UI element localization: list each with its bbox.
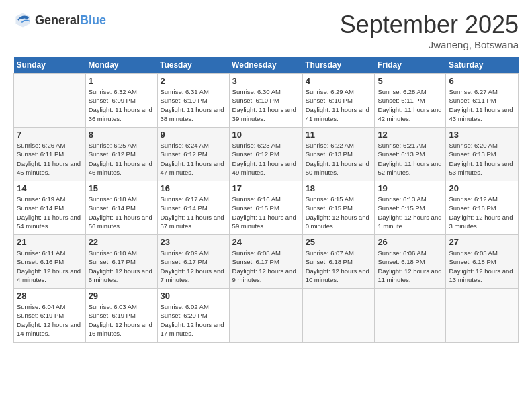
calendar-cell: 22Sunrise: 6:10 AMSunset: 6:17 PMDayligh… <box>85 235 157 289</box>
calendar-week-2: 14Sunrise: 6:19 AMSunset: 6:14 PMDayligh… <box>14 181 519 235</box>
day-number: 13 <box>449 130 515 140</box>
calendar-week-0: 1Sunrise: 6:32 AMSunset: 6:09 PMDaylight… <box>14 74 519 128</box>
calendar-cell: 18Sunrise: 6:15 AMSunset: 6:15 PMDayligh… <box>302 181 375 235</box>
day-info: Sunrise: 6:29 AMSunset: 6:10 PMDaylight:… <box>306 87 372 123</box>
logo-general: General <box>35 13 80 27</box>
calendar-cell <box>446 289 519 342</box>
day-info: Sunrise: 6:24 AMSunset: 6:12 PMDaylight:… <box>161 141 226 177</box>
calendar-cell: 20Sunrise: 6:12 AMSunset: 6:16 PMDayligh… <box>446 181 519 235</box>
col-header-sunday: Sunday <box>14 57 86 74</box>
calendar-cell: 8Sunrise: 6:25 AMSunset: 6:12 PMDaylight… <box>85 128 157 181</box>
day-number: 14 <box>17 183 83 193</box>
calendar-cell: 2Sunrise: 6:31 AMSunset: 6:10 PMDaylight… <box>157 74 229 128</box>
day-info: Sunrise: 6:28 AMSunset: 6:11 PMDaylight:… <box>378 87 443 123</box>
day-info: Sunrise: 6:08 AMSunset: 6:17 PMDaylight:… <box>232 248 300 284</box>
day-number: 3 <box>232 76 300 86</box>
col-header-saturday: Saturday <box>446 57 519 74</box>
day-number: 12 <box>378 130 443 140</box>
day-info: Sunrise: 6:21 AMSunset: 6:13 PMDaylight:… <box>378 141 443 177</box>
day-info: Sunrise: 6:09 AMSunset: 6:17 PMDaylight:… <box>161 248 226 284</box>
day-info: Sunrise: 6:27 AMSunset: 6:11 PMDaylight:… <box>449 87 515 123</box>
logo-blue: Blue <box>80 13 106 27</box>
day-info: Sunrise: 6:20 AMSunset: 6:13 PMDaylight:… <box>449 141 515 177</box>
calendar-week-4: 28Sunrise: 6:04 AMSunset: 6:19 PMDayligh… <box>14 289 519 342</box>
day-number: 18 <box>306 183 372 193</box>
day-info: Sunrise: 6:17 AMSunset: 6:14 PMDaylight:… <box>161 195 226 230</box>
calendar-table: SundayMondayTuesdayWednesdayThursdayFrid… <box>13 57 519 342</box>
calendar-week-3: 21Sunrise: 6:11 AMSunset: 6:16 PMDayligh… <box>14 235 519 289</box>
calendar-cell: 27Sunrise: 6:05 AMSunset: 6:18 PMDayligh… <box>446 235 519 289</box>
day-info: Sunrise: 6:25 AMSunset: 6:12 PMDaylight:… <box>89 141 154 177</box>
day-number: 20 <box>449 183 515 193</box>
day-number: 6 <box>449 76 515 86</box>
calendar-cell: 5Sunrise: 6:28 AMSunset: 6:11 PMDaylight… <box>375 74 446 128</box>
logo-text: GeneralBlue <box>35 13 106 28</box>
day-number: 10 <box>232 130 300 140</box>
calendar-cell: 11Sunrise: 6:22 AMSunset: 6:13 PMDayligh… <box>302 128 375 181</box>
calendar-cell: 16Sunrise: 6:17 AMSunset: 6:14 PMDayligh… <box>157 181 229 235</box>
location: Jwaneng, Botswana <box>340 39 519 50</box>
day-info: Sunrise: 6:04 AMSunset: 6:19 PMDaylight:… <box>17 302 83 338</box>
calendar-cell: 15Sunrise: 6:18 AMSunset: 6:14 PMDayligh… <box>85 181 157 235</box>
calendar-cell: 25Sunrise: 6:07 AMSunset: 6:18 PMDayligh… <box>302 235 375 289</box>
day-number: 23 <box>161 237 226 247</box>
day-info: Sunrise: 6:03 AMSunset: 6:19 PMDaylight:… <box>89 302 154 338</box>
day-number: 27 <box>449 237 515 247</box>
day-info: Sunrise: 6:22 AMSunset: 6:13 PMDaylight:… <box>306 141 372 177</box>
header: GeneralBlue September 2025 Jwaneng, Bots… <box>13 11 519 50</box>
day-number: 30 <box>161 291 226 301</box>
day-number: 22 <box>89 237 154 247</box>
col-header-thursday: Thursday <box>302 57 375 74</box>
calendar-cell: 24Sunrise: 6:08 AMSunset: 6:17 PMDayligh… <box>229 235 302 289</box>
calendar-cell: 13Sunrise: 6:20 AMSunset: 6:13 PMDayligh… <box>446 128 519 181</box>
calendar-cell: 26Sunrise: 6:06 AMSunset: 6:18 PMDayligh… <box>375 235 446 289</box>
day-number: 15 <box>89 183 154 193</box>
calendar-cell: 23Sunrise: 6:09 AMSunset: 6:17 PMDayligh… <box>157 235 229 289</box>
title-block: September 2025 Jwaneng, Botswana <box>340 11 519 50</box>
logo: GeneralBlue <box>13 11 106 30</box>
calendar-cell <box>375 289 446 342</box>
day-info: Sunrise: 6:26 AMSunset: 6:11 PMDaylight:… <box>17 141 83 177</box>
day-info: Sunrise: 6:10 AMSunset: 6:17 PMDaylight:… <box>89 248 154 284</box>
col-header-tuesday: Tuesday <box>157 57 229 74</box>
day-number: 8 <box>89 130 154 140</box>
day-number: 16 <box>161 183 226 193</box>
day-info: Sunrise: 6:16 AMSunset: 6:15 PMDaylight:… <box>232 195 300 230</box>
day-number: 24 <box>232 237 300 247</box>
calendar-cell: 28Sunrise: 6:04 AMSunset: 6:19 PMDayligh… <box>14 289 86 342</box>
day-info: Sunrise: 6:12 AMSunset: 6:16 PMDaylight:… <box>449 195 515 230</box>
calendar-week-1: 7Sunrise: 6:26 AMSunset: 6:11 PMDaylight… <box>14 128 519 181</box>
day-number: 21 <box>17 237 83 247</box>
calendar-header-row: SundayMondayTuesdayWednesdayThursdayFrid… <box>14 57 519 74</box>
calendar-cell: 17Sunrise: 6:16 AMSunset: 6:15 PMDayligh… <box>229 181 302 235</box>
calendar-cell: 3Sunrise: 6:30 AMSunset: 6:10 PMDaylight… <box>229 74 302 128</box>
calendar-cell <box>14 74 86 128</box>
day-number: 19 <box>378 183 443 193</box>
day-info: Sunrise: 6:11 AMSunset: 6:16 PMDaylight:… <box>17 248 83 284</box>
col-header-monday: Monday <box>85 57 157 74</box>
day-info: Sunrise: 6:31 AMSunset: 6:10 PMDaylight:… <box>161 87 226 123</box>
day-number: 29 <box>89 291 154 301</box>
day-info: Sunrise: 6:18 AMSunset: 6:14 PMDaylight:… <box>89 195 154 230</box>
month-title: September 2025 <box>340 11 519 39</box>
day-number: 7 <box>17 130 83 140</box>
day-number: 1 <box>89 76 154 86</box>
day-info: Sunrise: 6:13 AMSunset: 6:15 PMDaylight:… <box>378 195 443 230</box>
calendar-cell: 14Sunrise: 6:19 AMSunset: 6:14 PMDayligh… <box>14 181 86 235</box>
calendar-cell: 19Sunrise: 6:13 AMSunset: 6:15 PMDayligh… <box>375 181 446 235</box>
calendar-cell: 29Sunrise: 6:03 AMSunset: 6:19 PMDayligh… <box>85 289 157 342</box>
calendar-cell: 7Sunrise: 6:26 AMSunset: 6:11 PMDaylight… <box>14 128 86 181</box>
calendar-cell: 9Sunrise: 6:24 AMSunset: 6:12 PMDaylight… <box>157 128 229 181</box>
calendar-cell: 1Sunrise: 6:32 AMSunset: 6:09 PMDaylight… <box>85 74 157 128</box>
day-info: Sunrise: 6:30 AMSunset: 6:10 PMDaylight:… <box>232 87 300 123</box>
day-info: Sunrise: 6:32 AMSunset: 6:09 PMDaylight:… <box>89 87 154 123</box>
calendar-cell: 6Sunrise: 6:27 AMSunset: 6:11 PMDaylight… <box>446 74 519 128</box>
day-info: Sunrise: 6:23 AMSunset: 6:12 PMDaylight:… <box>232 141 300 177</box>
day-info: Sunrise: 6:06 AMSunset: 6:18 PMDaylight:… <box>378 248 443 284</box>
day-number: 26 <box>378 237 443 247</box>
page: GeneralBlue September 2025 Jwaneng, Bots… <box>0 0 532 411</box>
day-number: 25 <box>306 237 372 247</box>
day-info: Sunrise: 6:02 AMSunset: 6:20 PMDaylight:… <box>161 302 226 338</box>
day-number: 9 <box>161 130 226 140</box>
calendar-cell: 10Sunrise: 6:23 AMSunset: 6:12 PMDayligh… <box>229 128 302 181</box>
